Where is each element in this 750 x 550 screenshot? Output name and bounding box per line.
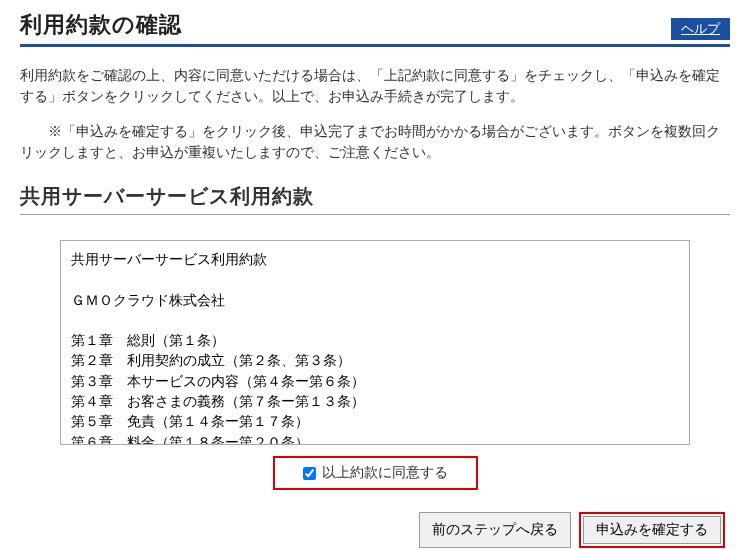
header: 利用約款の確認 ヘルプ [20,10,730,47]
terms-textarea[interactable] [60,240,690,445]
agree-checkbox[interactable] [303,467,316,480]
agree-row: 以上約款に同意する [60,456,690,490]
agree-label[interactable]: 以上約款に同意する [322,464,448,482]
section-title: 共用サーバーサービス利用約款 [20,183,730,215]
agree-highlight: 以上約款に同意する [273,456,478,490]
help-link[interactable]: ヘルプ [671,18,730,40]
button-row: 前のステップへ戻る 申込みを確定する [20,512,730,548]
note-text: ※「申込みを確定する」をクリック後、申込完了までお時間がかかる場合がございます。… [20,121,730,163]
back-button[interactable]: 前のステップへ戻る [419,512,571,548]
terms-panel: 以上約款に同意する [20,240,730,490]
confirm-highlight: 申込みを確定する [579,512,725,548]
confirm-button[interactable]: 申込みを確定する [583,516,721,544]
page-title: 利用約款の確認 [20,10,182,40]
intro-text: 利用約款をご確認の上、内容に同意いただける場合は、「上記約款に同意する」をチェッ… [20,65,730,107]
